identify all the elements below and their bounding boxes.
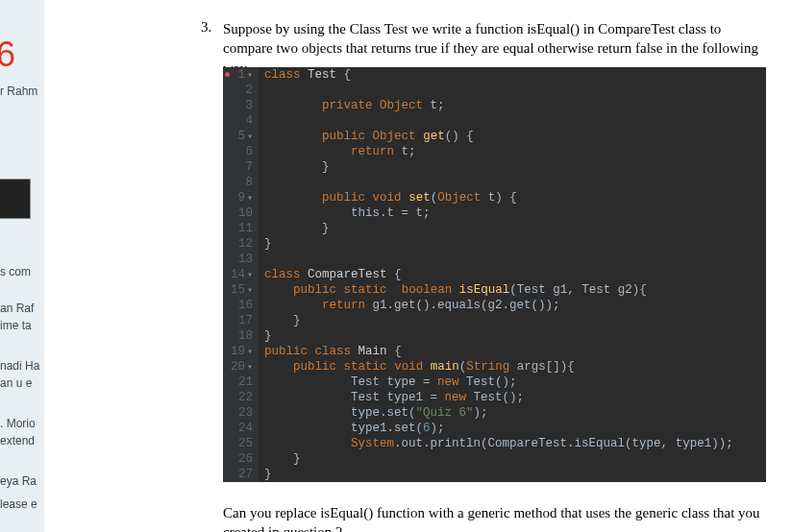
- document-content: 3. Suppose by using the Class Test we wr…: [44, 0, 791, 532]
- sidebar-text: . Morio: [0, 417, 44, 430]
- line-gutter: 1▾ 2 3 4 5▾ 6 7 8 9▾ 10 11 12 13 14▾ 15▾…: [223, 67, 259, 482]
- left-sidebar: 6 r Rahm s com an Raf ime ta nadi Ha an …: [0, 0, 44, 532]
- sidebar-text: eya Ra: [0, 474, 44, 488]
- code-screenshot: 1▾ 2 3 4 5▾ 6 7 8 9▾ 10 11 12 13 14▾ 15▾…: [223, 67, 766, 482]
- sidebar-text: lease e: [0, 497, 44, 511]
- sidebar-text: s com: [0, 265, 44, 278]
- sidebar-thumbnail: [0, 179, 31, 219]
- sidebar-text: extend: [0, 434, 44, 447]
- sidebar-text: an u e: [0, 376, 44, 390]
- sidebar-text: nadi Ha: [0, 359, 44, 373]
- sidebar-text: ime ta: [0, 319, 44, 332]
- question-number: 3.: [201, 19, 211, 36]
- code-content: class Test { private Object t; public Ob…: [259, 67, 733, 482]
- sidebar-text: r Rahm: [0, 85, 44, 98]
- sidebar-text: an Raf: [0, 302, 44, 315]
- question-followup: Can you replace isEqual() function with …: [223, 503, 761, 532]
- sidebar-number: 6: [0, 35, 15, 75]
